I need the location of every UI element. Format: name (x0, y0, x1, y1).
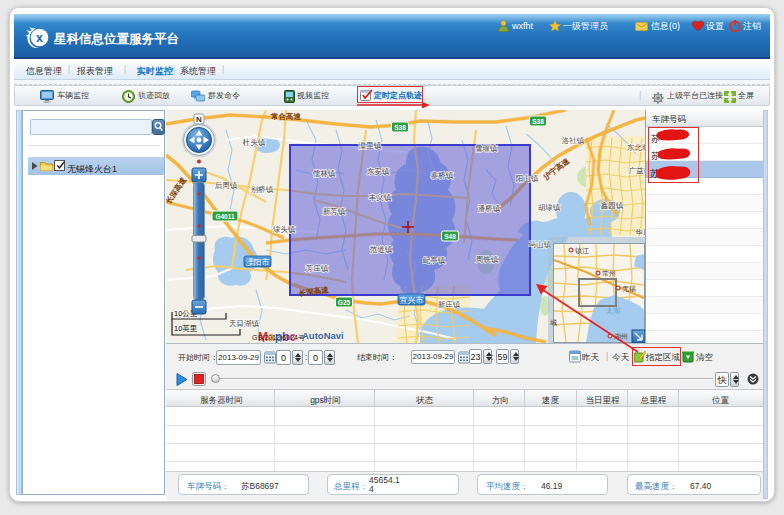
svg-text:芳庄镇: 芳庄镇 (306, 264, 329, 273)
svg-text:阳山镇: 阳山镇 (516, 174, 539, 183)
svg-text:x: x (36, 31, 43, 45)
svg-text:S38: S38 (394, 124, 406, 131)
svg-text:鑫园镇: 鑫园镇 (601, 201, 624, 210)
svg-text:常合高速: 常合高速 (271, 112, 302, 121)
svg-text:天目湖镇: 天目湖镇 (229, 319, 260, 328)
svg-text:华庄: 华庄 (635, 228, 646, 237)
svg-text:儒林镇: 儒林镇 (313, 169, 336, 178)
svg-text:新芳镇: 新芳镇 (323, 207, 346, 216)
svg-text:镇江: 镇江 (574, 247, 589, 255)
svg-text:胡埭镇: 胡埭镇 (538, 203, 561, 212)
svg-text:后周镇: 后周镇 (215, 181, 238, 190)
svg-text:屺亭镇: 屺亭镇 (423, 256, 446, 265)
svg-text:寨桥镇: 寨桥镇 (431, 171, 454, 180)
svg-text:别桥镇: 别桥镇 (251, 185, 274, 194)
svg-text:溧阳市: 溧阳市 (246, 257, 270, 267)
svg-text:G4011: G4011 (215, 213, 235, 220)
svg-text:广益街: 广益街 (629, 166, 645, 175)
svg-text:周铁镇: 周铁镇 (476, 255, 499, 264)
svg-text:范道镇: 范道镇 (370, 245, 393, 254)
svg-text:常州: 常州 (602, 270, 616, 277)
svg-text:湟里镇: 湟里镇 (358, 141, 382, 150)
svg-text:S48: S48 (444, 233, 456, 240)
svg-text:10英里: 10英里 (174, 324, 198, 333)
svg-text:GS(2012)6024号: GS(2012)6024号 (252, 334, 305, 342)
svg-text:宜兴市: 宜兴市 (400, 296, 424, 305)
svg-text:AutoNavi: AutoNavi (302, 330, 344, 341)
svg-text:埭头镇: 埭头镇 (272, 225, 296, 234)
svg-text:洛社镇: 洛社镇 (562, 136, 585, 145)
svg-text:S38: S38 (532, 118, 544, 125)
svg-text:潘桥镇: 潘桥镇 (478, 204, 501, 213)
svg-text:新庄镇: 新庄镇 (438, 300, 461, 309)
svg-text:G25: G25 (338, 299, 351, 306)
svg-text:杜头镇: 杜头镇 (242, 138, 266, 147)
svg-text:N: N (196, 115, 202, 124)
svg-text:东北塘: 东北塘 (627, 143, 645, 152)
svg-text:东安镇: 东安镇 (367, 167, 390, 176)
svg-text:丰义镇: 丰义镇 (369, 193, 392, 202)
svg-text:雪堰镇: 雪堰镇 (475, 144, 498, 153)
